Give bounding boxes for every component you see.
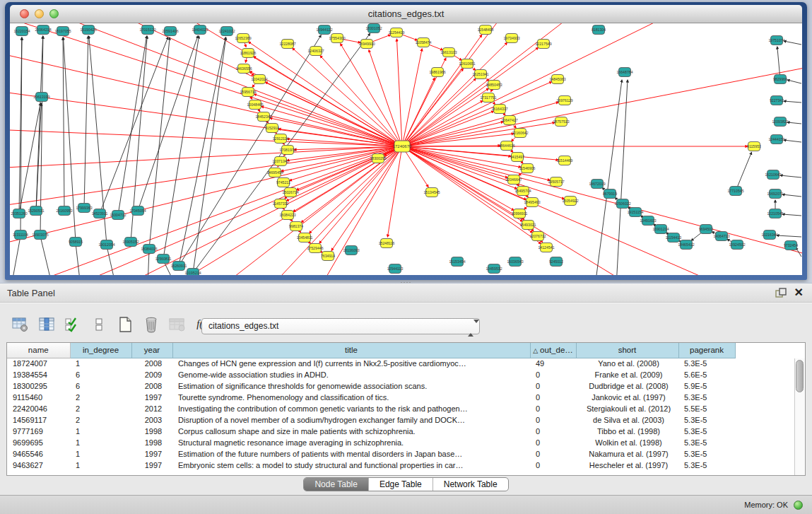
graph-node[interactable]: 14064713 <box>713 232 729 241</box>
table-row[interactable]: 977716911998Corpus callosum shape and si… <box>7 426 735 437</box>
select-all-icon[interactable] <box>64 315 82 334</box>
graph-node[interactable]: 12444159 <box>768 135 784 144</box>
graph-node[interactable]: 19404023 <box>192 25 208 35</box>
graph-node[interactable]: 16260911 <box>171 262 187 271</box>
graph-node[interactable]: 14124541 <box>538 243 554 252</box>
graph-node[interactable]: 12076712 <box>529 232 546 241</box>
graph-node[interactable]: 12093822 <box>772 117 788 127</box>
graph-node[interactable]: 19903075 <box>32 230 48 240</box>
graph-node[interactable]: 12210545 <box>767 209 783 218</box>
table-cell[interactable]: 19384554 <box>7 369 70 380</box>
graph-node[interactable]: 10924502 <box>729 240 745 250</box>
graph-node[interactable]: 9745212 <box>276 178 290 187</box>
graph-node[interactable]: 11861926 <box>240 49 257 58</box>
table-cell[interactable]: 0 <box>530 369 576 380</box>
float-panel-icon[interactable] <box>775 288 787 300</box>
graph-node[interactable]: 19734933 <box>503 34 519 43</box>
graph-node[interactable]: 14672019 <box>589 180 605 189</box>
graph-node[interactable]: 16648784 <box>616 68 632 77</box>
table-cell[interactable]: 22420046 <box>7 403 70 414</box>
graph-node[interactable]: 15290531 <box>28 206 44 216</box>
graph-node[interactable]: 10647427 <box>501 116 517 125</box>
table-cell[interactable]: Tourette syndrome. Phenomenology and cla… <box>172 392 530 403</box>
graph-node[interactable]: 10048465 <box>247 100 263 110</box>
graph-node[interactable]: 12610651 <box>459 59 475 69</box>
graph-node[interactable]: 15905152 <box>122 238 139 247</box>
table-cell[interactable]: Genome-wide association studies in ADHD. <box>172 369 530 380</box>
graph-node[interactable]: 15134545 <box>423 188 440 197</box>
delete-table-icon[interactable] <box>142 315 160 334</box>
graph-node[interactable]: 9058915 <box>69 238 83 247</box>
table-cell[interactable]: 5.3E-5 <box>678 460 735 471</box>
graph-node[interactable]: 11548498 <box>478 25 494 35</box>
table-cell[interactable]: 1 <box>70 448 131 460</box>
graph-node[interactable]: 11514469 <box>557 156 573 165</box>
table-cell[interactable]: 0 <box>530 392 576 403</box>
table-cell[interactable]: 5.3E-5 <box>678 448 735 460</box>
graph-node[interactable]: 17317791 <box>480 93 496 103</box>
graph-node[interactable]: 18644616 <box>498 141 514 151</box>
zoom-window-button[interactable] <box>49 9 59 18</box>
column-header-pagerank[interactable]: pagerank <box>678 343 735 358</box>
table-cell[interactable]: 18300295 <box>7 380 70 392</box>
table-cell[interactable]: Nakamura et al. (1997) <box>576 448 678 460</box>
table-cell[interactable]: 0 <box>530 437 576 448</box>
graph-node[interactable]: 18300295 <box>370 154 386 163</box>
table-settings-icon[interactable] <box>11 315 30 334</box>
table-row[interactable]: 946554611997Estimation of the future num… <box>7 448 735 460</box>
table-cell[interactable]: 0 <box>530 448 576 460</box>
table-cell[interactable]: 5.5E-5 <box>678 403 735 414</box>
graph-node[interactable]: 10459532 <box>486 264 502 274</box>
table-row[interactable]: 911546021997Tourette syndrome. Phenomeno… <box>7 392 735 403</box>
table-cell[interactable]: 1998 <box>131 426 172 437</box>
graph-node[interactable]: 12241022 <box>218 27 235 36</box>
graph-node[interactable]: 12406327 <box>307 47 324 56</box>
graph-node[interactable]: 10491603 <box>640 216 656 226</box>
table-cell[interactable]: 5.6E-5 <box>678 369 735 380</box>
graph-node[interactable]: 16164337 <box>491 105 507 114</box>
graph-node[interactable]: 19751074 <box>768 36 784 45</box>
graph-node[interactable]: 19012054 <box>98 240 114 250</box>
column-header-title[interactable]: title <box>172 343 530 358</box>
table-cell[interactable]: Wolkin et al. (1998) <box>576 437 678 448</box>
table-cell[interactable]: 9699695 <box>7 437 70 448</box>
graph-node[interactable]: 11154413 <box>666 233 681 243</box>
graph-node[interactable]: 12544113 <box>387 264 404 274</box>
table-cell[interactable]: 9115460 <box>7 392 70 403</box>
graph-node[interactable]: 16976129 <box>556 96 572 105</box>
table-cell[interactable]: 5.3E-5 <box>678 437 735 448</box>
table-cell[interactable]: 2 <box>70 403 131 414</box>
table-cell[interactable]: 1997 <box>131 392 172 403</box>
table-cell[interactable]: 14569117 <box>7 414 70 426</box>
column-header-short[interactable]: short <box>576 343 678 358</box>
graph-node[interactable]: 19151154 <box>628 208 644 217</box>
table-cell[interactable]: Structural magnetic resonance image aver… <box>172 437 530 448</box>
graph-node[interactable]: 11311104 <box>13 230 28 240</box>
graph-node[interactable]: 19505717 <box>548 177 564 187</box>
table-row[interactable]: 946362711997Embryonic stem cells: a mode… <box>7 460 735 471</box>
table-cell[interactable]: 1 <box>70 358 131 369</box>
table-cell[interactable]: 1 <box>70 437 131 448</box>
graph-node[interactable]: 15495704 <box>514 187 531 196</box>
graph-node[interactable]: 17710545 <box>727 187 743 196</box>
graph-node[interactable]: 17045054 <box>129 206 146 216</box>
table-cell[interactable]: 6 <box>70 369 131 380</box>
table-vertical-scrollbar[interactable] <box>794 358 805 475</box>
graph-node[interactable]: 8679919 <box>603 189 617 199</box>
column-header-out_degree[interactable]: △out_de… <box>530 343 576 358</box>
graph-node[interactable]: 18384015 <box>141 245 157 254</box>
graph-node[interactable]: 18757513 <box>553 117 569 127</box>
graph-node[interactable]: 20351260 <box>11 209 27 218</box>
table-row[interactable]: 1830029562008Estimation of significance … <box>7 380 735 392</box>
table-cell[interactable]: 5.3E-5 <box>678 358 735 369</box>
graph-node[interactable]: 11254419 <box>389 28 405 37</box>
graph-node[interactable]: 17999363 <box>76 204 92 213</box>
graph-node[interactable]: 11058474 <box>416 38 432 47</box>
graph-node[interactable]: 15026714 <box>282 188 298 197</box>
table-cell[interactable]: 2008 <box>131 380 172 392</box>
table-cell[interactable]: 2 <box>70 414 131 426</box>
graph-node[interactable]: 20613199 <box>33 93 49 102</box>
graph-node[interactable]: 12652369 <box>235 34 251 43</box>
graph-node[interactable]: 16220154 <box>13 27 30 36</box>
graph-node[interactable]: 16949910 <box>358 40 375 49</box>
